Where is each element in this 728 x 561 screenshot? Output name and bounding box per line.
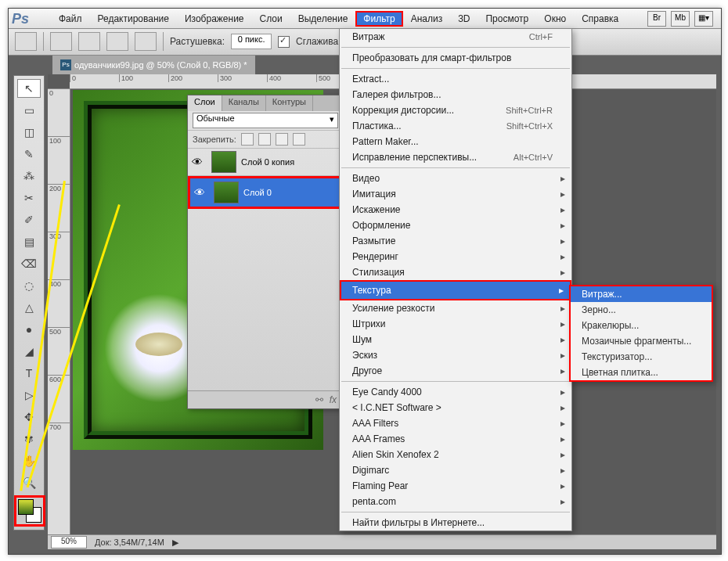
stamp-tool-icon[interactable]: ⌫ bbox=[17, 254, 41, 273]
tab-channels[interactable]: Каналы bbox=[222, 95, 266, 111]
crop-tool-icon[interactable]: ⁂ bbox=[17, 167, 41, 185]
current-tool-icon[interactable] bbox=[15, 32, 37, 51]
eyedropper-tool-icon[interactable]: ✂ bbox=[17, 189, 41, 207]
menu-item-extract[interactable]: Extract... bbox=[340, 71, 571, 87]
menu-window[interactable]: Окно bbox=[536, 11, 574, 27]
tab-paths[interactable]: Контуры bbox=[266, 95, 313, 111]
menu-cat-distort[interactable]: Искажение bbox=[340, 202, 571, 218]
tab-layers[interactable]: Слои bbox=[188, 95, 222, 111]
menu-analysis[interactable]: Анализ bbox=[403, 11, 451, 27]
menu-item-vanishing-point[interactable]: Исправление перспективы...Alt+Ctrl+V bbox=[340, 149, 571, 165]
wand-tool-icon[interactable]: ✎ bbox=[17, 145, 41, 164]
layer-row[interactable]: 👁 Слой 0 копия bbox=[188, 149, 343, 176]
menu-cat-artistic[interactable]: Имитация bbox=[340, 186, 571, 202]
blend-mode-select[interactable]: Обычные bbox=[193, 113, 338, 128]
heal-tool-icon[interactable]: ✐ bbox=[17, 210, 41, 229]
lock-all-icon[interactable] bbox=[293, 133, 305, 146]
submenu-item-grain[interactable]: Зерно... bbox=[571, 302, 712, 318]
submenu-item-stained-glass[interactable]: Витраж... bbox=[571, 286, 712, 302]
color-swatches[interactable] bbox=[14, 495, 45, 527]
submenu-item-patchwork[interactable]: Цветная плитка... bbox=[571, 365, 712, 380]
menu-plugin[interactable]: < I.C.NET Software > bbox=[340, 400, 571, 415]
layers-footer: ⚯ fx bbox=[188, 390, 343, 408]
layer-name[interactable]: Слой 0 копия bbox=[241, 157, 294, 167]
minibridge-button[interactable]: Mb bbox=[671, 11, 690, 27]
menu-plugin[interactable]: AAA Frames bbox=[340, 431, 571, 447]
menu-cat-render[interactable]: Рендеринг bbox=[340, 249, 571, 264]
selection-mode-intersect-icon[interactable] bbox=[135, 32, 157, 51]
eraser-tool-icon[interactable]: △ bbox=[17, 298, 41, 317]
gradient-tool-icon[interactable]: ● bbox=[17, 320, 41, 339]
antialias-checkbox[interactable] bbox=[278, 36, 290, 48]
document-tab[interactable]: Ps одуванчики99.jpg @ 50% (Слой 0, RGB/8… bbox=[52, 56, 255, 74]
menu-cat-sharpen[interactable]: Усиление резкости bbox=[340, 300, 571, 316]
menu-item-pattern-maker[interactable]: Pattern Maker... bbox=[340, 134, 571, 149]
workspace-switcher-icon[interactable]: ▦▾ bbox=[694, 11, 713, 27]
menu-separator bbox=[341, 381, 570, 382]
selection-mode-add-icon[interactable] bbox=[78, 32, 100, 51]
layer-thumbnail[interactable] bbox=[214, 182, 239, 203]
separator bbox=[43, 32, 44, 51]
layer-thumbnail[interactable] bbox=[211, 151, 236, 173]
menu-file[interactable]: Файл bbox=[51, 11, 90, 27]
menu-cat-texture[interactable]: Текстура bbox=[340, 280, 571, 300]
visibility-toggle-icon[interactable]: 👁 bbox=[188, 156, 207, 168]
menu-select[interactable]: Выделение bbox=[290, 11, 356, 27]
layer-name[interactable]: Слой 0 bbox=[243, 188, 272, 197]
status-arrow-icon[interactable]: ▶ bbox=[172, 538, 178, 548]
menu-image[interactable]: Изображение bbox=[177, 11, 252, 27]
history-brush-tool-icon[interactable]: ◌ bbox=[17, 276, 41, 295]
selection-mode-subtract-icon[interactable] bbox=[106, 32, 128, 51]
move-tool-icon[interactable]: ↖ bbox=[17, 79, 41, 98]
zoom-input[interactable]: 50% bbox=[51, 536, 87, 548]
menu-view[interactable]: Просмотр bbox=[478, 11, 536, 27]
pen-tool-icon[interactable]: ▷ bbox=[17, 386, 41, 405]
menu-plugin[interactable]: AAA Filters bbox=[340, 415, 571, 431]
document-title: одуванчики99.jpg @ 50% (Слой 0, RGB/8) * bbox=[74, 60, 247, 70]
status-bar: 50% Док: 3,54M/7,14M ▶ bbox=[48, 534, 716, 549]
menu-item-last-filter[interactable]: ВитражCtrl+F bbox=[340, 29, 571, 45]
menu-layers[interactable]: Слои bbox=[252, 11, 290, 27]
menu-help[interactable]: Справка bbox=[574, 11, 626, 27]
fx-icon[interactable]: fx bbox=[330, 394, 337, 405]
visibility-toggle-icon[interactable]: 👁 bbox=[190, 186, 209, 199]
menu-cat-sketch[interactable]: Эскиз bbox=[340, 347, 571, 363]
submenu-item-texturizer[interactable]: Текстуризатор... bbox=[571, 349, 712, 365]
lasso-tool-icon[interactable]: ◫ bbox=[17, 123, 41, 142]
toolbox: ↖ ▭ ◫ ✎ ⁂ ✂ ✐ ▤ ⌫ ◌ △ ● ◢ T ▷ ✥ ✾ ✋ 🔍 bbox=[13, 75, 45, 530]
menu-plugin[interactable]: Eye Candy 4000 bbox=[340, 384, 571, 400]
lock-brush-icon[interactable] bbox=[258, 133, 271, 146]
marquee-tool-icon[interactable]: ▭ bbox=[17, 101, 41, 120]
menu-filter[interactable]: Фильтр bbox=[355, 11, 402, 27]
layer-row-selected[interactable]: 👁 Слой 0 bbox=[188, 176, 343, 209]
menu-cat-pixelate[interactable]: Оформление bbox=[340, 218, 571, 233]
menu-cat-strokes[interactable]: Штрихи bbox=[340, 316, 571, 332]
menu-cat-stylize[interactable]: Стилизация bbox=[340, 264, 571, 280]
menu-item-liquify[interactable]: Пластика...Shift+Ctrl+X bbox=[340, 118, 571, 134]
menu-item-convert-smart[interactable]: Преобразовать для смарт-фильтров bbox=[340, 50, 571, 66]
submenu-item-craquelure[interactable]: Кракелюры... bbox=[571, 318, 712, 333]
menu-item-find-filters[interactable]: Найти фильтры в Интернете... bbox=[340, 515, 571, 530]
blur-tool-icon[interactable]: ◢ bbox=[17, 342, 41, 361]
menu-plugin[interactable]: Digimarc bbox=[340, 462, 571, 478]
menu-item-filter-gallery[interactable]: Галерея фильтров... bbox=[340, 87, 571, 102]
brush-tool-icon[interactable]: ▤ bbox=[17, 232, 41, 251]
selection-mode-new-icon[interactable] bbox=[50, 32, 72, 51]
lock-pixels-icon[interactable] bbox=[241, 133, 254, 146]
menu-item-lens-correction[interactable]: Коррекция дисторсии...Shift+Ctrl+R bbox=[340, 102, 571, 118]
menu-plugin[interactable]: penta.com bbox=[340, 494, 571, 509]
menu-edit[interactable]: Редактирование bbox=[90, 11, 177, 27]
link-layers-icon[interactable]: ⚯ bbox=[315, 394, 323, 405]
menu-cat-video[interactable]: Видео bbox=[340, 171, 571, 186]
lock-position-icon[interactable] bbox=[276, 133, 288, 146]
menu-cat-blur[interactable]: Размытие bbox=[340, 233, 571, 249]
menu-cat-noise[interactable]: Шум bbox=[340, 332, 571, 347]
foreground-color-swatch[interactable] bbox=[18, 499, 34, 515]
feather-input[interactable]: 0 пикс. bbox=[231, 34, 272, 49]
submenu-item-mosaic-tiles[interactable]: Мозаичные фрагменты... bbox=[571, 333, 712, 349]
menu-plugin[interactable]: Alien Skin Xenofex 2 bbox=[340, 447, 571, 462]
menu-3d[interactable]: 3D bbox=[450, 11, 478, 27]
bridge-button[interactable]: Br bbox=[647, 11, 666, 27]
menu-cat-other[interactable]: Другое bbox=[340, 363, 571, 379]
menu-plugin[interactable]: Flaming Pear bbox=[340, 478, 571, 494]
